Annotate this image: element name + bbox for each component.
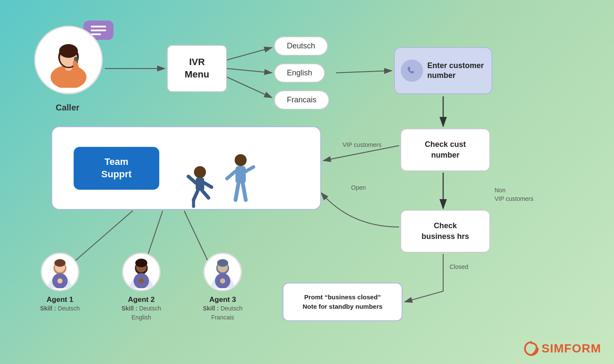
check-cust-box: Check custnumber [400,128,490,171]
check-cust-label: Check custnumber [425,139,466,161]
non-vip-label: NonVIP customers [495,186,534,203]
enter-customer-box: Enter customer number [394,47,492,94]
simform-logo: SIMFORM [524,341,601,356]
language-english: English [274,63,325,83]
svg-point-48 [217,259,228,267]
agent-3-avatar [203,253,242,291]
open-label: Open [351,184,366,191]
svg-line-32 [246,167,253,171]
svg-line-26 [204,183,212,187]
agent-3-item: Agent 3 Skill : DeutschFrancais [195,253,250,322]
agent-group: Agent 1 Skill : Deutsch Agent 2 Skill : … [32,253,250,322]
caller-avatar [34,26,103,94]
enter-customer-text: Enter customer number [427,61,486,81]
svg-point-27 [235,154,247,166]
svg-rect-21 [196,178,204,191]
check-biz-label: Checkbusiness hrs [421,221,469,242]
bubble-line-3 [91,33,101,35]
agent-2-avatar [122,253,161,291]
bubble-line-1 [91,26,106,27]
svg-point-20 [194,166,206,178]
bubble-line-2 [91,30,106,31]
svg-point-17 [59,44,78,58]
svg-point-44 [139,278,144,283]
svg-point-50 [220,278,225,283]
language-francais: Francais [274,90,329,110]
caller-label: Caller [56,103,80,113]
svg-line-25 [188,176,196,183]
agent-2-name: Agent 2 [128,295,155,304]
svg-point-36 [54,259,66,267]
agent-2-item: Agent 2 Skill : DeutschEnglish [113,253,169,322]
svg-line-22 [194,191,198,200]
simform-text: SIMFORM [542,342,601,355]
svg-line-30 [243,183,246,200]
agent-1-item: Agent 1 Skill : Deutsch [32,253,88,313]
agent-1-avatar [41,253,79,291]
vip-label: VIP customers [343,141,382,148]
svg-line-23 [202,191,209,198]
svg-line-6 [336,71,392,73]
ivr-menu-box: IVRMenu [167,45,227,92]
promt-text: Promt “business closed” Note for standby… [303,292,383,312]
ivr-menu-label: IVRMenu [185,56,209,81]
svg-point-42 [135,259,147,267]
agent-1-name: Agent 1 [47,295,73,304]
agent-3-skill: Skill : DeutschFrancais [203,304,243,322]
agent-3-name: Agent 3 [209,295,236,304]
svg-line-3 [227,48,272,60]
language-deutsch: Deutsch [274,36,328,56]
svg-rect-28 [235,166,246,183]
promt-box: Promt “business closed” Note for standby… [283,283,402,321]
check-biz-box: Checkbusiness hrs [400,210,490,253]
svg-point-38 [57,278,63,283]
agent-2-skill: Skill : DeutschEnglish [122,304,161,322]
team-support-banner: TeamSupprt [74,147,159,190]
team-support-box: TeamSupprt [51,126,321,210]
agent-1-skill: Skill : Deutsch [40,304,80,313]
svg-line-29 [235,183,238,200]
svg-line-31 [227,171,235,179]
closed-label: Closed [450,263,468,270]
svg-line-4 [227,69,272,73]
svg-line-5 [227,77,272,98]
phone-icon-bg [401,60,423,82]
